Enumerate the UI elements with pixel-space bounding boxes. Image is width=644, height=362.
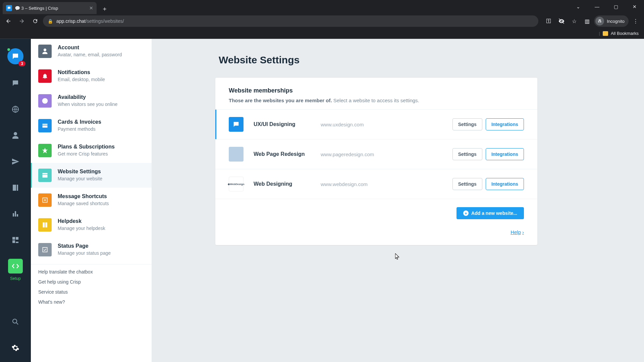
sidebar-item-cards-invoices[interactable]: Cards & InvoicesPayment methods xyxy=(31,113,152,138)
chevron-right-icon: › xyxy=(522,229,524,235)
sidebar-item-notifications[interactable]: NotificationsEmail, desktop, mobile xyxy=(31,64,152,88)
website-settings-button[interactable]: Settings xyxy=(452,178,482,190)
add-website-button[interactable]: + Add a new website... xyxy=(457,207,524,219)
website-integrations-button[interactable]: Integrations xyxy=(486,148,524,160)
sidebar-item-status-page[interactable]: Status PageManage your status page xyxy=(31,237,152,262)
reload-button[interactable] xyxy=(30,15,41,27)
settings-sidebar[interactable]: AccountAvatar, name, email, passwordNoti… xyxy=(31,39,152,362)
back-button[interactable] xyxy=(3,15,14,27)
sidebar-item-plans-subscriptions[interactable]: Plans & SubscriptionsGet more Crisp feat… xyxy=(31,138,152,163)
presence-dot-icon xyxy=(7,48,11,52)
website-row[interactable]: UX/UI Designingwww.uxdesign.comSettingsI… xyxy=(215,109,537,139)
website-settings-button[interactable]: Settings xyxy=(452,148,482,160)
rail-analytics[interactable] xyxy=(8,206,23,221)
sidebar-item-message-shortcuts[interactable]: Message ShortcutsManage saved shortcuts xyxy=(31,188,152,213)
key-icon[interactable]: ⚿ xyxy=(543,15,554,27)
rail-helpdesk[interactable] xyxy=(8,180,23,195)
rail-visitors[interactable] xyxy=(8,102,23,117)
website-url: www.webdesign.com xyxy=(321,181,452,187)
rail-campaigns[interactable] xyxy=(8,154,23,169)
incognito-badge[interactable]: Incognito xyxy=(594,15,629,27)
sidebar-link[interactable]: What's new? xyxy=(38,299,144,305)
website-settings-button[interactable]: Settings xyxy=(452,118,482,130)
dropdown-icon[interactable]: ⌄ xyxy=(569,1,588,12)
website-integrations-button[interactable]: Integrations xyxy=(486,118,524,130)
sidebar-item-title: Account xyxy=(58,45,122,51)
browser-tab[interactable]: 💬 3 – Settings | Crisp ✕ xyxy=(3,2,97,14)
sidebar-item-title: Helpdesk xyxy=(58,218,105,224)
website-name: Web Designing xyxy=(254,181,321,187)
bell-icon xyxy=(38,69,52,83)
sidebar-item-sub: Payment methods xyxy=(58,126,101,132)
person-icon xyxy=(38,45,52,58)
browser-toolbar: 🔒 app.crisp.chat/settings/websites/ ⚿ ☆ … xyxy=(0,14,644,28)
rail-settings[interactable] xyxy=(8,341,23,355)
tab-close-icon[interactable]: ✕ xyxy=(89,5,93,11)
incognito-icon xyxy=(595,17,604,25)
sidebar-item-sub: Get more Crisp features xyxy=(58,151,115,157)
tab-favicon xyxy=(6,5,12,11)
book-icon xyxy=(38,218,52,232)
sidebar-item-helpdesk[interactable]: HelpdeskManage your helpdesk xyxy=(31,213,152,237)
check-icon xyxy=(38,243,52,256)
sidebar-link[interactable]: Help translate the chatbox xyxy=(38,269,144,275)
website-name: UX/UI Designing xyxy=(254,121,321,127)
close-window-icon[interactable]: ✕ xyxy=(625,1,644,12)
rail-plugins[interactable] xyxy=(8,233,23,247)
sidebar-item-title: Website Settings xyxy=(58,169,102,175)
shortcut-icon xyxy=(38,193,52,207)
page-title: Website Settings xyxy=(219,54,624,66)
browser-titlebar: 💬 3 – Settings | Crisp ✕ ＋ ⌄ ― ▢ ✕ xyxy=(0,0,644,14)
kebab-menu-icon[interactable]: ⋮ xyxy=(630,15,641,27)
url-host: app.crisp.chat xyxy=(56,18,86,24)
url-path: /settings/websites/ xyxy=(86,18,124,24)
card-icon xyxy=(38,119,52,132)
section-subtitle: Those are the websites you are member of… xyxy=(229,98,524,103)
bookmark-star-icon[interactable]: ☆ xyxy=(569,15,580,27)
website-url: www.pageredesign.com xyxy=(321,152,452,157)
sidebar-item-account[interactable]: AccountAvatar, name, email, password xyxy=(31,39,152,64)
sidebar-item-sub: Avatar, name, email, password xyxy=(58,52,122,57)
rail-badge-count: 3 xyxy=(18,61,25,66)
sidebar-link[interactable]: Get help using Crisp xyxy=(38,279,144,285)
rail-search[interactable] xyxy=(8,314,23,329)
plus-circle-icon: + xyxy=(463,210,469,216)
website-integrations-button[interactable]: Integrations xyxy=(486,178,524,190)
sidebar-link[interactable]: Service status xyxy=(38,289,144,295)
forward-button[interactable] xyxy=(16,15,28,27)
bookmarks-bar: | All Bookmarks xyxy=(0,28,644,39)
all-bookmarks-link[interactable]: All Bookmarks xyxy=(611,31,639,36)
sidebar-item-availability[interactable]: AvailabilityWhen visitors see you online xyxy=(31,88,152,113)
rail-inbox[interactable] xyxy=(8,76,23,90)
website-name: Web Page Redesign xyxy=(254,151,321,157)
extensions-icon[interactable]: ▥ xyxy=(581,15,593,27)
maximize-icon[interactable]: ▢ xyxy=(606,1,625,12)
website-logo xyxy=(229,117,244,132)
sidebar-item-sub: Manage saved shortcuts xyxy=(58,201,109,206)
bookmarks-folder-icon xyxy=(603,31,608,36)
rail-contacts[interactable] xyxy=(8,128,23,143)
eye-off-icon[interactable] xyxy=(556,15,567,27)
window-controls: ⌄ ― ▢ ✕ xyxy=(569,1,644,12)
website-row[interactable]: ◆WebDesignWeb Designingwww.webdesign.com… xyxy=(215,169,537,199)
sidebar-item-website-settings[interactable]: Website SettingsManage your website xyxy=(31,163,152,188)
window-icon xyxy=(38,169,52,182)
section-title: Website memberships xyxy=(229,87,524,94)
main-content: Website Settings Website memberships Tho… xyxy=(152,39,644,362)
help-link[interactable]: Help› xyxy=(511,229,524,235)
sidebar-item-sub: Email, desktop, mobile xyxy=(58,77,105,82)
rail-setup[interactable] xyxy=(8,259,23,274)
website-row[interactable]: Web Page Redesignwww.pageredesign.comSet… xyxy=(215,139,537,169)
app-rail: 3 Setup xyxy=(0,39,31,362)
memberships-card: Website memberships Those are the websit… xyxy=(215,78,537,245)
address-bar[interactable]: 🔒 app.crisp.chat/settings/websites/ xyxy=(43,15,538,27)
svg-point-2 xyxy=(13,319,17,323)
sidebar-item-title: Availability xyxy=(58,94,117,100)
sidebar-item-title: Cards & Invoices xyxy=(58,119,101,125)
new-tab-button[interactable]: ＋ xyxy=(100,4,109,13)
sidebar-item-title: Notifications xyxy=(58,69,105,75)
minimize-icon[interactable]: ― xyxy=(588,1,606,12)
svg-point-1 xyxy=(600,21,601,22)
rail-avatar[interactable]: 3 xyxy=(7,48,23,64)
lock-icon: 🔒 xyxy=(48,19,53,24)
